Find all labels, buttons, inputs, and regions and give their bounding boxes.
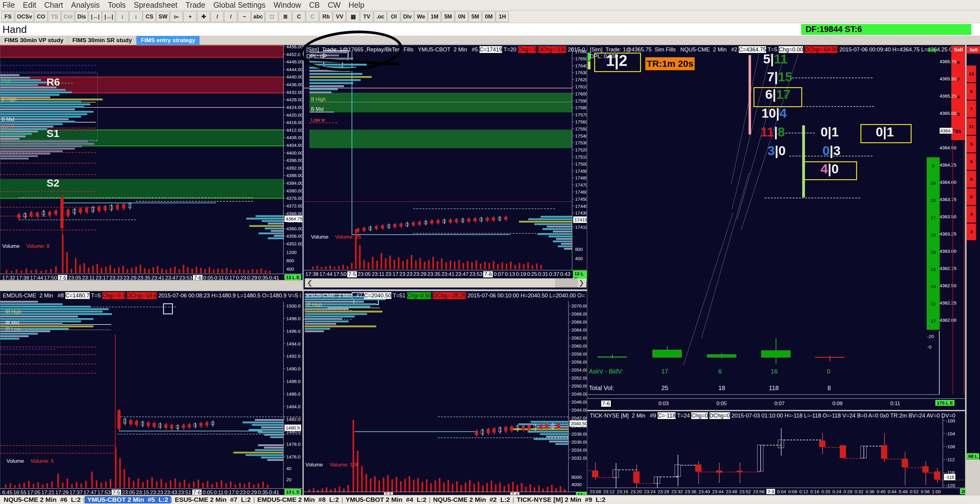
- dom-price-cell[interactable]: 4363.00: [940, 249, 951, 254]
- dom-price-cell[interactable]: 4365.75: [940, 59, 951, 64]
- status-item-1[interactable]: YMU5-CBOT 2 Min #5 L:2: [85, 496, 171, 503]
- dom-price-cell[interactable]: 4362.75: [940, 266, 951, 271]
- toolbar-button-13[interactable]: +: [184, 11, 197, 22]
- toolbar-button-9[interactable]: ↕: [129, 11, 142, 22]
- toolbar-button-24[interactable]: VV: [333, 11, 346, 22]
- toolbar-button-29[interactable]: Dlv: [401, 11, 414, 22]
- toolbar-button-27[interactable]: .oc: [374, 11, 387, 22]
- toolbar-button-11[interactable]: SW: [157, 11, 170, 22]
- dom-bid-cell[interactable]: 14: [927, 278, 940, 295]
- menu-item-help[interactable]: Help: [348, 1, 364, 10]
- status-item-6[interactable]: TICK-NYSE [M] 2 Min #9 L:2: [514, 496, 608, 503]
- toolbar-button-7[interactable]: |↔|: [102, 11, 115, 22]
- strip-ask-cell[interactable]: 12: [967, 66, 976, 82]
- toolbar-button-36[interactable]: 1H: [496, 11, 509, 22]
- dom-bid-cell[interactable]: 14: [927, 174, 940, 192]
- toolbar-button-16[interactable]: /: [224, 11, 237, 22]
- menu-item-chart[interactable]: Chart: [44, 1, 63, 10]
- strip-ask-cell[interactable]: 6: [967, 189, 976, 205]
- toolbar-button-15[interactable]: /: [211, 11, 224, 22]
- menu-item-edit[interactable]: Edit: [23, 1, 36, 10]
- toolbar-button-12[interactable]: ▻: [170, 11, 183, 22]
- dom-price-cell[interactable]: 4364.00: [940, 179, 951, 185]
- toolbar-button-20[interactable]: ≣: [279, 11, 292, 22]
- toolbar-button-28[interactable]: OI: [387, 11, 400, 22]
- status-item-5[interactable]: NQU5-CME 2 Min #2 L:2: [431, 496, 512, 503]
- toolbar-button-18[interactable]: abc: [251, 11, 265, 22]
- toolbar-button-33[interactable]: 0N: [455, 11, 468, 22]
- scrollbar-thumb[interactable]: [555, 279, 578, 287]
- toolbar-button-19[interactable]: □: [265, 11, 278, 22]
- status-item-4[interactable]: YMU5-CBOT 2 Min #4 L:2: [343, 496, 429, 503]
- dom-price-cell[interactable]: 4365.00: [940, 111, 951, 116]
- dom-price-cell[interactable]: 4364.50: [940, 145, 951, 150]
- strip-ask-cell[interactable]: 6: [967, 171, 976, 187]
- dom-price-cell[interactable]: 4363.50: [940, 214, 951, 219]
- dom-bid-cell[interactable]: 12: [927, 261, 940, 278]
- dom-price-cell[interactable]: 4364.75: [940, 128, 953, 134]
- toolbar-button-32[interactable]: 5M: [442, 11, 455, 22]
- menu-item-global-settings[interactable]: Global Settings: [213, 1, 266, 10]
- dom-bid-cell[interactable]: 18: [927, 244, 940, 261]
- toolbar-button-1[interactable]: OCSv: [15, 11, 34, 22]
- dom-price-cell[interactable]: 4362.00: [940, 317, 951, 323]
- toolbar-button-3[interactable]: TS: [48, 11, 61, 22]
- menu-item-spreadsheet[interactable]: Spreadsheet: [134, 1, 178, 10]
- strip-ask-cell[interactable]: 7: [967, 101, 976, 117]
- toolbar-button-22[interactable]: C: [306, 11, 319, 22]
- dom-price-cell[interactable]: 4365.50: [940, 76, 951, 81]
- scroll-left-icon[interactable]: ❮: [307, 279, 312, 287]
- tab-1[interactable]: FIMS 30min SR study: [68, 36, 137, 44]
- toolbar-button-23[interactable]: Rb: [320, 11, 332, 22]
- strip-ask-cell[interactable]: 4: [967, 206, 976, 223]
- toolbar-button-4[interactable]: Col: [62, 11, 75, 22]
- toolbar-button-5[interactable]: Dis: [75, 11, 88, 22]
- tab-0[interactable]: FIMS 30min VP study: [0, 36, 68, 44]
- toolbar-button-26[interactable]: TV: [360, 11, 373, 22]
- dom-bid-cell[interactable]: 12: [927, 295, 940, 312]
- menu-item-file[interactable]: File: [2, 1, 15, 10]
- toolbar-button-25[interactable]: ▦: [347, 11, 360, 22]
- toolbar-button-21[interactable]: C: [293, 11, 305, 22]
- ladder-number: |: [774, 125, 778, 139]
- strip-ask-cell[interactable]: 5: [967, 153, 976, 170]
- dom-price-cell[interactable]: 4363.75: [940, 197, 951, 202]
- toolbar-button-30[interactable]: We: [415, 11, 428, 22]
- toolbar-button-31[interactable]: 1M: [428, 11, 441, 22]
- toolbar-button-0[interactable]: FS: [2, 11, 14, 22]
- toolbar-button-34[interactable]: 5M: [469, 11, 482, 22]
- menu-item-trade[interactable]: Trade: [186, 1, 205, 10]
- dom-bid-cell[interactable]: 10: [927, 226, 940, 244]
- strip-ask-cell[interactable]: 5: [967, 136, 976, 152]
- dom-price-cell[interactable]: 4363.25: [940, 231, 951, 236]
- toolbar-button-35[interactable]: 0M: [482, 11, 495, 22]
- dom-price-cell[interactable]: 4364.25: [940, 162, 951, 168]
- dom-bid-cell[interactable]: 8: [927, 157, 940, 174]
- dom-bid-cell[interactable]: 17: [927, 209, 940, 226]
- dom-bid-cell[interactable]: 15: [927, 192, 940, 209]
- toolbar-button-6[interactable]: |↔|: [89, 11, 102, 22]
- menu-item-analysis[interactable]: Analysis: [71, 1, 100, 10]
- status-item-2[interactable]: ESU5-CME 2 Min #7 L:2: [172, 496, 253, 503]
- menu-item-cb[interactable]: CB: [309, 1, 320, 10]
- horizontal-scrollbar[interactable]: ❮❯: [305, 278, 587, 288]
- dom-bid-cell[interactable]: 17: [927, 312, 940, 330]
- strip-ask-cell[interactable]: 3: [967, 223, 976, 240]
- toolbar-button-10[interactable]: CS: [143, 11, 156, 22]
- strip-ask-cell[interactable]: 11: [967, 118, 976, 135]
- scroll-right-icon[interactable]: ❯: [579, 279, 584, 287]
- toolbar-button-8[interactable]: ↕: [116, 11, 129, 22]
- menu-item-tools[interactable]: Tools: [108, 1, 126, 10]
- menu-item-cw[interactable]: CW: [328, 1, 340, 10]
- tab-2[interactable]: FIMS entry strategy: [137, 36, 200, 44]
- strip-ask-cell[interactable]: 6: [967, 83, 976, 100]
- menu-item-window[interactable]: Window: [274, 1, 301, 10]
- status-item-3[interactable]: EMDU5-CME 2 Min #8 L:2: [255, 496, 342, 503]
- dom-price-cell[interactable]: 4362.50: [940, 283, 951, 288]
- toolbar-button-14[interactable]: ✚: [197, 11, 210, 22]
- dom-price-cell[interactable]: 4365.25: [940, 93, 951, 98]
- status-item-0[interactable]: NQU5-CME 2 Min #6 L:2: [1, 496, 83, 503]
- dom-price-cell[interactable]: 4362.25: [940, 300, 951, 306]
- toolbar-button-17[interactable]: −: [238, 11, 251, 22]
- toolbar-button-2[interactable]: CO: [35, 11, 48, 22]
